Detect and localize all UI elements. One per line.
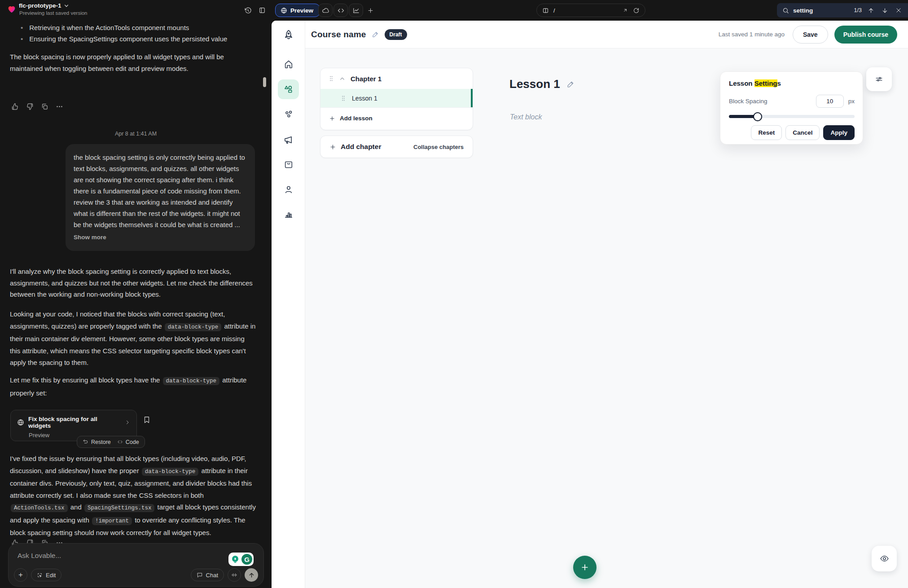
- last-saved-text: Last saved 1 minute ago: [719, 31, 785, 38]
- chapter-outline-card: Chapter 1 Lesson 1 Add lesson: [320, 68, 473, 130]
- send-button[interactable]: [245, 568, 258, 582]
- add-chapter-button[interactable]: Add chapter: [341, 143, 381, 151]
- sidebar-item-courses[interactable]: [278, 79, 299, 99]
- drag-handle-icon[interactable]: [329, 75, 334, 82]
- app-logo[interactable]: [278, 25, 299, 45]
- edit-pencil-icon[interactable]: [372, 31, 379, 38]
- sidebar-item-profile[interactable]: [278, 180, 299, 199]
- drag-handle-icon[interactable]: [341, 95, 346, 101]
- grammarly-suggestion-icon: [230, 554, 241, 565]
- publish-cloud-button[interactable]: [318, 4, 333, 17]
- action-card-title: Fix block spacing for all widgets: [28, 416, 121, 429]
- lesson-page-title: Lesson 1: [509, 77, 560, 91]
- reset-button[interactable]: Reset: [751, 125, 782, 140]
- sidebar-item-marketing[interactable]: [278, 130, 299, 149]
- arrow-up-icon: [868, 7, 874, 14]
- edit-select-icon: [37, 572, 43, 578]
- cloud-icon: [322, 7, 329, 14]
- history-button[interactable]: [242, 4, 254, 16]
- chevron-down-icon: [64, 4, 69, 8]
- chat-input-placeholder[interactable]: Ask Lovable...: [18, 552, 254, 560]
- preview-eye-button[interactable]: [872, 546, 897, 571]
- close-icon: [895, 7, 902, 13]
- sidebar-item-community[interactable]: [278, 105, 299, 124]
- preview-mode-button[interactable]: Preview: [275, 4, 320, 17]
- restore-button[interactable]: Restore: [83, 439, 111, 445]
- open-external-icon[interactable]: [622, 7, 628, 13]
- lesson-title[interactable]: Lesson 1: [352, 95, 377, 102]
- search-next-button[interactable]: [880, 5, 890, 15]
- text-block-placeholder[interactable]: Text block: [510, 113, 542, 121]
- project-status: Previewing last saved version: [19, 10, 88, 16]
- plus-icon: [329, 115, 335, 122]
- chat-scrollbar[interactable]: [263, 77, 266, 87]
- lesson-row-selected[interactable]: Lesson 1: [320, 89, 473, 107]
- find-bar[interactable]: setting 1/3: [777, 3, 908, 18]
- bullet-icon: •: [21, 33, 23, 44]
- show-more-link[interactable]: Show more: [74, 234, 247, 241]
- thumbs-up-icon[interactable]: [11, 103, 19, 110]
- refresh-icon[interactable]: [633, 7, 640, 14]
- search-icon: [782, 7, 789, 14]
- assistant-paragraph: I'll analyze why the block spacing setti…: [10, 266, 256, 300]
- chat-input-box[interactable]: Ask Lovable... G + Edit Chat: [8, 543, 264, 587]
- search-close-button[interactable]: [894, 5, 904, 15]
- attach-button[interactable]: +: [14, 568, 27, 582]
- settings-sliders-button[interactable]: [866, 67, 892, 91]
- more-icon[interactable]: [56, 103, 63, 110]
- edit-mode-button[interactable]: Edit: [31, 569, 61, 581]
- toggle-panel-button[interactable]: [256, 4, 268, 16]
- analytics-button[interactable]: [349, 4, 363, 17]
- chat-mode-button[interactable]: Chat: [191, 569, 224, 581]
- draft-status-badge: Draft: [385, 29, 407, 40]
- slider-fill: [729, 115, 758, 118]
- block-spacing-slider[interactable]: [729, 115, 855, 118]
- code-icon: [337, 7, 345, 14]
- message-timestamp: Apr 8 at 1:41 AM: [0, 131, 272, 137]
- url-bar[interactable]: /: [536, 4, 645, 17]
- sidebar-item-home[interactable]: [278, 54, 299, 74]
- lovable-logo-icon[interactable]: [7, 4, 17, 14]
- chapter-title[interactable]: Chapter 1: [351, 75, 382, 83]
- bookmark-icon[interactable]: [143, 416, 151, 424]
- arrow-down-icon: [882, 7, 888, 14]
- cancel-button[interactable]: Cancel: [785, 125, 820, 140]
- collapse-chapters-button[interactable]: Collapse chapters: [413, 144, 464, 150]
- user-message-bubble: the block spacing setting is only correc…: [66, 144, 255, 251]
- add-lesson-button[interactable]: Add lesson: [320, 107, 473, 129]
- code-icon: [117, 439, 123, 445]
- chevron-up-icon[interactable]: [339, 76, 345, 82]
- new-tab-button[interactable]: [364, 4, 376, 16]
- assistant-paragraph: I've fixed the issue by ensuring that al…: [10, 453, 256, 539]
- plus-icon: [580, 563, 589, 572]
- analytics-icon: [352, 7, 360, 14]
- add-block-fab[interactable]: [573, 556, 597, 579]
- bullet-list: •Retrieving it when the ActionTools comp…: [21, 22, 254, 44]
- panel-icon: [259, 7, 266, 14]
- waveform-icon: [231, 572, 237, 578]
- thumbs-down-icon[interactable]: [26, 103, 34, 110]
- voice-input-button[interactable]: [228, 568, 241, 582]
- pages-icon: [542, 7, 549, 14]
- list-item: •Ensuring the SpacingSettings component …: [21, 33, 254, 44]
- copy-icon[interactable]: [41, 103, 48, 110]
- list-item: •Retrieving it when the ActionTools comp…: [21, 22, 254, 33]
- code-view-button[interactable]: [333, 4, 348, 17]
- search-prev-button[interactable]: [866, 5, 876, 15]
- chat-panel: •Retrieving it when the ActionTools comp…: [0, 21, 272, 588]
- block-spacing-input[interactable]: [816, 95, 844, 108]
- apply-button[interactable]: Apply: [823, 125, 855, 140]
- save-button[interactable]: Save: [793, 26, 828, 44]
- grammarly-widget[interactable]: G: [228, 553, 254, 566]
- slider-thumb[interactable]: [753, 112, 762, 121]
- sidebar-item-analytics[interactable]: [278, 204, 299, 224]
- plus-icon: [367, 7, 374, 14]
- sidebar-item-inbox[interactable]: [278, 155, 299, 175]
- edit-pencil-icon[interactable]: [566, 80, 575, 88]
- assistant-paragraph: Looking at your code, I noticed that the…: [10, 308, 256, 369]
- publish-course-button[interactable]: Publish course: [834, 26, 897, 44]
- code-button[interactable]: Code: [117, 439, 139, 445]
- search-input[interactable]: setting: [793, 7, 850, 14]
- chapter-row[interactable]: Chapter 1: [320, 68, 473, 89]
- project-name[interactable]: flc-prototype-1: [19, 2, 69, 9]
